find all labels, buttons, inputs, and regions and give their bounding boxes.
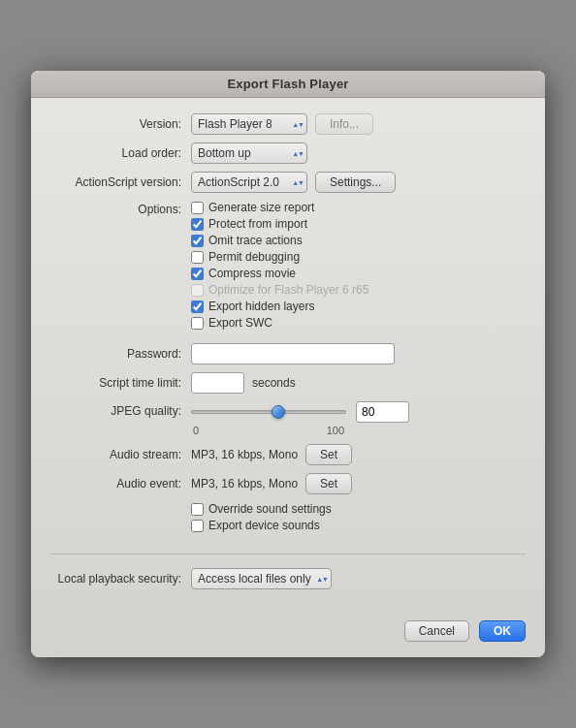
settings-button[interactable]: Settings... xyxy=(315,172,396,193)
password-controls xyxy=(191,343,526,364)
options-label: Options: xyxy=(50,201,191,216)
password-label: Password: xyxy=(50,347,191,361)
slider-max-label: 100 xyxy=(327,425,344,436)
export-swc-checkbox[interactable] xyxy=(191,317,204,330)
audio-stream-set-button[interactable]: Set xyxy=(305,444,352,465)
audio-stream-row: Audio stream: MP3, 16 kbps, Mono Set xyxy=(50,444,526,465)
actionscript-row: ActionScript version: ActionScript 2.0 A… xyxy=(50,172,526,193)
info-button[interactable]: Info... xyxy=(315,113,373,135)
ok-button[interactable]: OK xyxy=(479,620,526,642)
local-playback-label: Local playback security: xyxy=(50,572,191,586)
audio-event-controls: MP3, 16 kbps, Mono Set xyxy=(191,473,526,494)
load-order-select[interactable]: Bottom up Top down xyxy=(191,142,307,164)
audio-stream-label: Audio stream: xyxy=(50,448,191,461)
jpeg-quality-row: JPEG quality: 0 100 xyxy=(50,401,526,436)
compress-movie-option[interactable]: Compress movie xyxy=(191,267,368,280)
version-controls: Flash Player 8 Info... xyxy=(191,113,526,135)
optimize-flash6-option: Optimize for Flash Player 6 r65 xyxy=(191,283,368,297)
compress-movie-checkbox[interactable] xyxy=(191,268,204,280)
protect-import-label: Protect from import xyxy=(208,217,307,231)
optimize-flash6-label: Optimize for Flash Player 6 r65 xyxy=(208,283,368,297)
export-swc-option[interactable]: Export SWC xyxy=(191,316,368,330)
optimize-flash6-checkbox xyxy=(191,284,204,297)
password-row: Password: xyxy=(50,343,526,364)
actionscript-controls: ActionScript 2.0 ActionScript 1.0 Settin… xyxy=(191,172,526,193)
export-hidden-checkbox[interactable] xyxy=(191,301,204,313)
version-label: Version: xyxy=(50,117,191,131)
audio-stream-value: MP3, 16 kbps, Mono xyxy=(191,448,298,461)
audio-event-label: Audio event: xyxy=(50,477,191,491)
load-order-select-wrapper[interactable]: Bottom up Top down xyxy=(191,142,307,164)
permit-debug-option[interactable]: Permit debugging xyxy=(191,250,368,264)
export-device-label: Export device sounds xyxy=(208,519,320,532)
divider xyxy=(50,554,526,554)
slider-row xyxy=(191,401,409,423)
actionscript-label: ActionScript version: xyxy=(50,175,191,189)
script-time-label: Script time limit: xyxy=(50,376,191,390)
dialog-title: Export Flash Player xyxy=(31,71,545,98)
version-select[interactable]: Flash Player 8 xyxy=(191,113,307,135)
export-swc-label: Export SWC xyxy=(208,316,272,330)
jpeg-quality-controls: 0 100 xyxy=(191,401,409,436)
omit-trace-checkbox[interactable] xyxy=(191,235,204,247)
compress-movie-label: Compress movie xyxy=(208,267,296,280)
override-sound-label: Override sound settings xyxy=(208,502,332,516)
export-dialog: Export Flash Player Version: Flash Playe… xyxy=(31,71,545,657)
omit-trace-option[interactable]: Omit trace actions xyxy=(191,234,368,247)
generate-size-checkbox[interactable] xyxy=(191,202,204,214)
export-hidden-label: Export hidden layers xyxy=(208,300,314,313)
script-time-row: Script time limit: 15 seconds xyxy=(50,372,526,394)
permit-debug-checkbox[interactable] xyxy=(191,251,204,264)
sound-checkboxes: Override sound settings Export device so… xyxy=(191,502,332,532)
jpeg-quality-label: JPEG quality: xyxy=(50,401,191,418)
options-row: Options: Generate size report Protect fr… xyxy=(50,201,526,330)
load-order-controls: Bottom up Top down xyxy=(191,142,526,164)
audio-event-row: Audio event: MP3, 16 kbps, Mono Set xyxy=(50,473,526,494)
local-playback-row: Local playback security: Access local fi… xyxy=(50,568,526,589)
version-row: Version: Flash Player 8 Info... xyxy=(50,113,526,135)
password-input[interactable] xyxy=(191,343,395,364)
script-time-controls: 15 seconds xyxy=(191,372,526,394)
actionscript-select-wrapper[interactable]: ActionScript 2.0 ActionScript 1.0 xyxy=(191,172,307,193)
override-sound-checkbox[interactable] xyxy=(191,503,204,516)
export-device-checkbox[interactable] xyxy=(191,520,204,532)
seconds-label: seconds xyxy=(252,376,296,390)
sound-options-row: Override sound settings Export device so… xyxy=(50,502,526,532)
options-checkboxes: Generate size report Protect from import… xyxy=(191,201,368,330)
jpeg-quality-slider[interactable] xyxy=(191,405,346,419)
local-playback-controls: Access local files only Access network o… xyxy=(191,568,526,589)
override-sound-option[interactable]: Override sound settings xyxy=(191,502,332,516)
protect-import-checkbox[interactable] xyxy=(191,218,204,231)
load-order-row: Load order: Bottom up Top down xyxy=(50,142,526,164)
script-time-input[interactable]: 15 xyxy=(191,372,244,394)
audio-event-set-button[interactable]: Set xyxy=(305,473,352,494)
generate-size-option[interactable]: Generate size report xyxy=(191,201,368,214)
actionscript-select[interactable]: ActionScript 2.0 ActionScript 1.0 xyxy=(191,172,307,193)
audio-event-value: MP3, 16 kbps, Mono xyxy=(191,477,298,491)
export-hidden-option[interactable]: Export hidden layers xyxy=(191,300,368,313)
audio-stream-controls: MP3, 16 kbps, Mono Set xyxy=(191,444,526,465)
generate-size-label: Generate size report xyxy=(208,201,314,214)
omit-trace-label: Omit trace actions xyxy=(208,234,303,247)
protect-import-option[interactable]: Protect from import xyxy=(191,217,368,231)
permit-debug-label: Permit debugging xyxy=(208,250,300,264)
jpeg-quality-value[interactable] xyxy=(356,401,409,423)
local-playback-select-wrapper[interactable]: Access local files only Access network o… xyxy=(191,568,332,589)
cancel-button[interactable]: Cancel xyxy=(404,620,469,642)
load-order-label: Load order: xyxy=(50,146,191,160)
export-device-option[interactable]: Export device sounds xyxy=(191,519,332,532)
slider-min-label: 0 xyxy=(193,425,199,436)
bottom-buttons: Cancel OK xyxy=(31,611,545,657)
local-playback-select[interactable]: Access local files only Access network o… xyxy=(191,568,332,589)
version-select-wrapper[interactable]: Flash Player 8 xyxy=(191,113,307,135)
slider-labels: 0 100 xyxy=(191,425,346,436)
